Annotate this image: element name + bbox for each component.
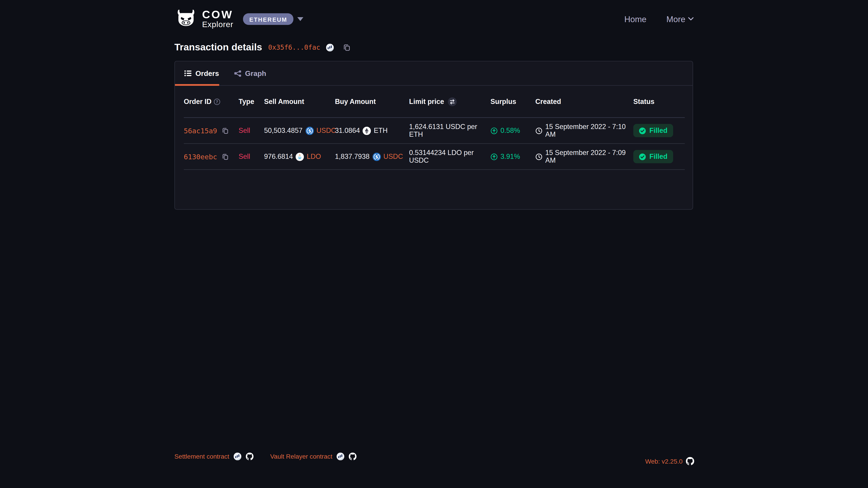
buy-token-symbol[interactable]: USDC [383,153,403,160]
cow-explorer-logo[interactable]: COW Explorer [174,9,233,29]
page-title: Transaction details [174,41,262,53]
table-row: 6130eebc Sell 976.6814 LDO 1,837.7938 $ … [184,144,685,170]
copy-icon[interactable] [222,127,229,134]
sell-amount: 50,503.4857 [264,127,303,134]
arrow-up-circle-icon [491,127,498,134]
created-cell: 15 September 2022 - 7:10 AM [535,123,633,138]
buy-amount: 1,837.7938 [335,153,370,160]
orders-table: Order ID ? Type Sell Amount Buy Amount L… [184,86,685,170]
table-header: Order ID ? Type Sell Amount Buy Amount L… [184,86,685,118]
status-label: Filled [649,153,668,160]
buy-amount-cell: 31.0864 ETH [335,127,409,135]
check-circle-icon [639,127,646,134]
col-type: Type [239,98,254,105]
sell-token-symbol[interactable]: LDO [307,153,321,160]
buy-token-symbol: ETH [374,127,388,134]
tx-hash-link[interactable]: 0x35f6...0fac [268,43,320,51]
table-row: 56ac15a9 Sell 50,503.4857 $ USDC 31.0864… [184,118,685,144]
col-order-id: Order ID [184,98,211,105]
chevron-down-icon [688,17,693,21]
tab-bar: Orders Graph [175,61,692,86]
active-tab-indicator [175,84,219,86]
limit-price: 1,624.6131 USDC per ETH [409,123,491,138]
tab-graph[interactable]: Graph [228,61,272,85]
sell-token-symbol[interactable]: USDC [316,127,336,134]
status-badge: Filled [633,150,673,163]
svg-text:?: ? [216,99,218,104]
settlement-contract-link[interactable]: Settlement contract [174,453,229,460]
tab-orders-label: Orders [195,69,219,77]
type-cell: Sell [239,153,264,160]
web-version-link[interactable]: Web: v2.25.0 [645,458,682,464]
network-selector[interactable]: ETHEREUM [243,13,303,25]
created-cell: 15 September 2022 - 7:09 AM [535,149,633,164]
page: COW Explorer ETHEREUM Home More Trans [0,0,868,488]
svg-text:$: $ [308,128,311,133]
status-cell: Filled [633,150,685,163]
copy-icon[interactable] [343,43,350,51]
order-id-link[interactable]: 6130eebc [184,153,217,161]
footer: Settlement contract Vault Relayer contra… [174,453,694,461]
limit-price-cell: 0.53144234 LDO per USDC [409,149,491,164]
orders-card: Orders Graph Order ID ? Type Sell Amount… [174,61,693,210]
etherscan-icon[interactable] [327,43,334,51]
buy-amount-cell: 1,837.7938 $ USDC [335,153,409,161]
logo-wordmark: COW [202,9,233,20]
ldo-icon [296,153,304,161]
graph-icon [234,70,241,76]
svg-text:$: $ [375,154,378,159]
usdc-icon: $ [305,127,314,135]
col-surplus: Surplus [491,98,516,105]
col-buy-amount: Buy Amount [335,98,376,105]
list-icon [184,70,192,76]
status-cell: Filled [633,124,685,137]
created-date: 15 September 2022 - 7:09 AM [545,149,633,164]
arrow-up-circle-icon [491,153,498,160]
order-id-cell: 56ac15a9 [184,127,239,135]
surplus-cell: 3.91% [491,153,535,160]
vault-relayer-contract-link[interactable]: Vault Relayer contract [270,453,332,460]
github-icon[interactable] [349,453,357,460]
tab-orders[interactable]: Orders [175,61,227,85]
limit-price: 0.53144234 LDO per USDC [409,149,491,164]
buy-amount: 31.0864 [335,127,360,134]
col-status: Status [633,98,655,105]
clock-icon [535,127,542,134]
invert-price-icon[interactable] [448,97,457,106]
sell-amount-cell: 50,503.4857 $ USDC [264,127,335,135]
orders-table-body: 56ac15a9 Sell 50,503.4857 $ USDC 31.0864… [184,118,685,170]
status-label: Filled [649,127,668,134]
sell-amount: 976.6814 [264,153,293,160]
help-icon[interactable]: ? [214,98,220,105]
network-badge[interactable]: ETHEREUM [243,13,293,25]
check-circle-icon [639,153,646,160]
sell-amount-cell: 976.6814 LDO [264,153,335,161]
created-date: 15 September 2022 - 7:10 AM [545,123,633,138]
surplus-cell: 0.58% [491,127,535,134]
copy-icon[interactable] [222,153,229,160]
etherscan-icon[interactable] [234,453,241,460]
col-limit-price: Limit price [409,98,444,105]
usdc-icon: $ [372,153,381,161]
order-id-cell: 6130eebc [184,153,239,161]
col-created: Created [535,98,561,105]
etherscan-icon[interactable] [337,453,344,460]
clock-icon [535,153,542,160]
order-id-link[interactable]: 56ac15a9 [184,127,217,135]
logo-subtitle: Explorer [202,21,233,29]
github-icon[interactable] [246,453,254,460]
caret-down-icon [297,17,303,21]
main-nav: Home More [624,14,694,24]
type-cell: Sell [239,127,264,134]
col-sell-amount: Sell Amount [264,98,304,105]
github-icon[interactable] [686,457,694,465]
title-row: Transaction details 0x35f6...0fac [174,41,350,53]
tab-graph-label: Graph [245,69,266,77]
status-badge: Filled [633,124,673,137]
cow-logo-icon [174,9,197,28]
limit-price-cell: 1,624.6131 USDC per ETH [409,123,491,138]
nav-home[interactable]: Home [624,14,647,24]
order-type: Sell [239,127,250,134]
nav-more[interactable]: More [666,14,693,24]
top-bar: COW Explorer ETHEREUM Home More [174,7,693,31]
